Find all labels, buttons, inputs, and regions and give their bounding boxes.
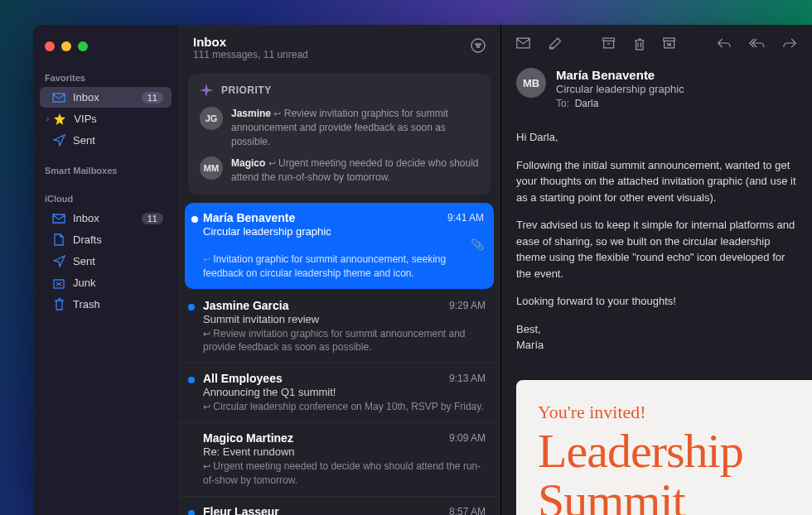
message-preview: ↩︎ Review invitation graphics for summit… [203,327,486,355]
body-paragraph: Following the initial summit announcemen… [516,157,797,206]
sidebar: Favorites Inbox 11 › VIPs Sent Smart Mai… [33,25,178,515]
trash-icon[interactable] [634,36,645,51]
priority-header: PRIORITY [200,84,479,97]
reply-all-icon[interactable] [749,36,765,50]
reply-icon[interactable] [717,36,731,50]
icloud-section-label: iCloud [33,189,178,207]
invite-attachment[interactable]: You're invited! LeadershipSummit [516,380,812,516]
archive-icon[interactable] [602,36,615,50]
message-time: 9:29 AM [449,300,486,311]
attachment-icon: 📎 [203,238,484,251]
priority-text: Jasmine ↩︎ Review invitation graphics fo… [231,107,479,148]
invite-eyebrow: You're invited! [538,402,790,423]
priority-item[interactable]: JG Jasmine ↩︎ Review invitation graphics… [200,107,479,148]
sidebar-item-sent[interactable]: Sent [40,130,172,151]
sidebar-item-icloud-sent[interactable]: Sent [40,251,172,272]
sidebar-item-label: Trash [73,298,163,310]
sidebar-item-icloud-inbox[interactable]: Inbox 11 [40,208,172,229]
message-sender: Fleur Lasseur [203,505,279,515]
envelope-icon[interactable] [516,36,530,50]
sidebar-item-label: Junk [73,277,163,289]
message-item[interactable]: Jasmine Garcia 9:29 AM Summit invitation… [178,291,500,364]
priority-section: PRIORITY JG Jasmine ↩︎ Review invitation… [188,74,491,195]
filter-icon[interactable] [471,38,486,56]
minimize-button[interactable] [61,41,71,51]
sidebar-item-drafts[interactable]: Drafts [40,229,172,250]
sender-name: María Benavente [556,68,684,82]
reader-toolbar [501,25,812,63]
reply-indicator-icon: ↩︎ [273,108,281,118]
sent-icon [51,134,66,147]
document-icon [51,233,66,246]
recipient-line: To: Darla [556,98,684,109]
message-item[interactable]: Magico Martinez 9:09 AM Re: Event rundow… [178,423,500,497]
sidebar-item-trash[interactable]: Trash [40,294,172,315]
unread-badge: 11 [142,213,163,224]
sent-icon [51,255,66,267]
sender-avatar: MB [516,68,546,98]
message-subject: Circular leadership graphic [203,225,484,238]
sidebar-item-junk[interactable]: Junk [40,272,172,293]
message-preview: ↩︎ Invitation graphic for summit announc… [203,253,484,281]
smart-section-label: Smart Mailboxes [33,161,178,179]
priority-text: Magico ↩︎ Urgent meeting needed to decid… [231,156,479,185]
reply-indicator-icon: ↩︎ [268,158,276,168]
message-subject: Re: Event rundown [203,445,486,458]
message-sender: Magico Martinez [203,431,293,445]
message-item[interactable]: María Benavente 9:41 AM Circular leaders… [185,203,494,289]
reply-indicator-icon: ↩︎ [203,254,210,264]
sidebar-item-label: Inbox [73,91,142,103]
reader-header: MB María Benavente Circular leadership g… [501,63,812,123]
sidebar-item-label: Inbox [73,212,142,224]
maximize-button[interactable] [78,41,88,51]
junk-icon[interactable] [663,36,675,50]
recipient-name: Darla [575,98,599,109]
close-button[interactable] [45,41,55,51]
message-item[interactable]: Fleur Lasseur 8:57 AM Strategy deck v5 ↩… [178,497,500,515]
message-body: Hi Darla,Following the initial summit an… [501,123,812,380]
message-time: 9:13 AM [449,373,486,384]
message-sender: Jasmine Garcia [203,299,289,312]
reply-indicator-icon: ↩︎ [203,329,210,339]
body-paragraph: Looking forward to your thoughts! [516,293,797,310]
junk-icon [51,277,66,289]
svg-rect-3 [664,38,675,41]
body-paragraph: Best,María [516,321,797,354]
sparkle-icon [200,84,213,97]
list-title: Inbox [193,35,308,49]
unread-dot-icon [188,304,195,310]
avatar: MM [200,156,223,180]
priority-item[interactable]: MM Magico ↩︎ Urgent meeting needed to de… [200,156,479,185]
sidebar-item-label: Sent [73,255,163,267]
invite-title: LeadershipSummit [538,426,790,516]
sidebar-item-inbox[interactable]: Inbox 11 [40,87,172,108]
body-paragraph: Trev advised us to keep it simple for in… [516,217,797,282]
sidebar-item-label: Sent [73,134,163,147]
reply-indicator-icon: ↩︎ [203,461,210,471]
message-sender: María Benavente [203,211,295,224]
unread-dot-icon [188,510,195,515]
message-subject: Summit invitation review [203,313,486,325]
sidebar-item-vips[interactable]: › VIPs [40,108,172,129]
svg-rect-2 [603,38,615,41]
message-item[interactable]: All Employees 9:13 AM Announcing the Q1 … [178,363,500,423]
message-time: 9:41 AM [447,212,484,224]
reader-pane: MB María Benavente Circular leadership g… [501,25,812,515]
message-preview: ↩︎ Circular leadership conference on May… [203,400,486,414]
messages-container: María Benavente 9:41 AM Circular leaders… [178,203,500,515]
forward-icon[interactable] [783,36,797,50]
inbox-icon [51,214,66,224]
compose-icon[interactable] [549,36,561,51]
chevron-right-icon: › [46,114,49,123]
trash-icon [51,298,66,310]
mail-window: Favorites Inbox 11 › VIPs Sent Smart Mai… [33,25,812,515]
avatar: JG [200,107,223,130]
body-paragraph: Hi Darla, [516,129,797,146]
message-time: 9:09 AM [449,432,486,444]
message-subject: Circular leadership graphic [556,83,684,95]
sidebar-item-label: Drafts [73,233,163,246]
sidebar-item-label: VIPs [74,113,163,125]
star-icon [52,113,67,125]
unread-dot-icon [188,377,195,383]
message-preview: ↩︎ Urgent meeting needed to decide who s… [203,460,486,488]
